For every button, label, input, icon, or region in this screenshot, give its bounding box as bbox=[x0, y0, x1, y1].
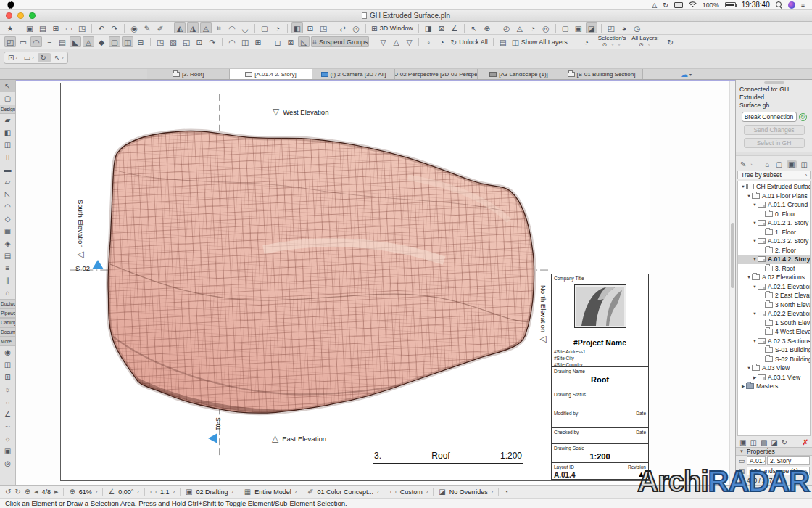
rotate-icon[interactable]: ▨ bbox=[167, 36, 179, 47]
wall-priority-icon[interactable]: ◰ bbox=[4, 36, 16, 47]
layout-settings-icon[interactable]: ◪ bbox=[586, 22, 597, 33]
tree-item[interactable]: ▼ A.03 View bbox=[738, 364, 810, 373]
autogroup-icon[interactable]: ◺ bbox=[298, 36, 310, 47]
renovation-filter-icon[interactable]: ◔ bbox=[504, 488, 508, 496]
zoom-3d-icon[interactable]: ◴ bbox=[501, 22, 513, 33]
walk-icon[interactable]: ↖ bbox=[468, 22, 480, 33]
renovation-existing-icon[interactable]: ▢ bbox=[109, 36, 120, 47]
mirror-icon[interactable]: ◱ bbox=[181, 36, 192, 47]
wifi-icon[interactable] bbox=[689, 1, 697, 9]
refresh-icon[interactable]: ↻ bbox=[782, 438, 787, 446]
snap-grid-icon[interactable]: ⌗ bbox=[213, 22, 225, 33]
next-story-icon[interactable]: ▶ bbox=[54, 489, 58, 495]
disclosure-triangle-icon[interactable]: ▼ bbox=[752, 239, 758, 243]
lamp-tool[interactable]: ☼ bbox=[0, 383, 15, 396]
toolbar-icon[interactable] bbox=[170, 24, 170, 33]
zone-tool[interactable]: ◈ bbox=[0, 237, 15, 250]
elevation-tool[interactable]: ⊞ bbox=[0, 371, 15, 383]
layer-settings-icon[interactable]: ▤ bbox=[497, 36, 509, 47]
layout-canvas[interactable]: ▽ West Elevation South Elevation ▽ North… bbox=[16, 80, 735, 485]
distribute-icon[interactable]: ▭ bbox=[63, 22, 75, 33]
disclosure-triangle-icon[interactable]: ▶ bbox=[740, 384, 746, 388]
triangle-status-icon[interactable]: △ bbox=[652, 1, 657, 9]
overrides-icon[interactable]: ◪ bbox=[439, 488, 445, 496]
tree-item[interactable]: ▶ A.03.1 View bbox=[738, 373, 810, 382]
toolbar-icon[interactable] bbox=[222, 38, 223, 46]
toolbar-icon[interactable] bbox=[287, 24, 288, 33]
toolbar-icon[interactable] bbox=[365, 24, 366, 33]
minimize-window-button[interactable] bbox=[17, 12, 24, 19]
graphic-overrides[interactable]: No Overrides bbox=[450, 488, 488, 496]
redo-icon[interactable]: ↷ bbox=[109, 22, 120, 33]
camera-tool[interactable]: ◉ bbox=[0, 346, 15, 359]
undo-icon[interactable]: ↶ bbox=[96, 22, 107, 33]
toolbar-icon[interactable] bbox=[91, 24, 92, 33]
magnifier-icon[interactable]: ⊕ bbox=[69, 488, 75, 496]
show-all-layers-button[interactable]: ◫Show All Layers bbox=[510, 36, 569, 47]
project-chooser-icon[interactable]: ✎ bbox=[739, 160, 747, 168]
refresh-icon[interactable]: ↻ bbox=[665, 36, 676, 47]
title-block[interactable]: Company Title #Project Name #Site Addres… bbox=[551, 274, 649, 480]
spline-tool[interactable]: ∼ bbox=[0, 420, 15, 433]
explode-icon[interactable]: ⊞ bbox=[252, 36, 264, 47]
toolbox-label-design[interactable]: Design bbox=[0, 105, 15, 114]
section-s01-marker[interactable]: S-01 bbox=[215, 417, 222, 430]
snap-guides-icon[interactable]: ◮ bbox=[187, 22, 199, 33]
layout-id-field[interactable]: A.01.4 bbox=[747, 456, 766, 465]
menu-edit[interactable] bbox=[41, 1, 53, 9]
layer-icon[interactable]: ▣ bbox=[186, 488, 192, 496]
slab-tool[interactable]: ▱ bbox=[0, 176, 15, 188]
arrow-tool[interactable]: ↖ bbox=[0, 80, 15, 92]
duplicate-layout-icon[interactable]: ▣ bbox=[573, 22, 584, 33]
fillet-icon[interactable]: ⇄ bbox=[337, 22, 349, 33]
tree-item[interactable]: S-01 Building Sec bbox=[738, 345, 810, 355]
structure-display[interactable]: Entire Model bbox=[254, 488, 291, 496]
toolbar-icon[interactable] bbox=[268, 38, 268, 46]
marquee-quick-icon[interactable]: ▭› bbox=[21, 53, 37, 62]
siri-icon[interactable] bbox=[788, 1, 795, 9]
show-all-3d-icon[interactable]: ⊠ bbox=[436, 22, 447, 33]
disclosure-triangle-icon[interactable]: ▼ bbox=[752, 339, 758, 343]
section-s01-arrow-icon[interactable] bbox=[208, 433, 218, 443]
toolbox-label-more[interactable]: More bbox=[0, 337, 15, 346]
toolbar-icon[interactable] bbox=[497, 24, 497, 33]
guide-lines-icon[interactable]: ◭ bbox=[174, 22, 186, 33]
toolbar-icon[interactable] bbox=[254, 24, 255, 33]
menu-view[interactable] bbox=[53, 1, 65, 9]
toolbar-icon[interactable] bbox=[20, 24, 20, 33]
transfer-settings-icon[interactable]: ▤ bbox=[37, 22, 49, 33]
shadows-icon[interactable]: ◔ bbox=[527, 22, 539, 33]
orientation-angle[interactable]: 0,00° bbox=[118, 488, 133, 496]
toolbar-icon[interactable] bbox=[124, 24, 125, 33]
west-elevation-marker[interactable]: ▽ West Elevation bbox=[273, 107, 328, 116]
toolbar-icon[interactable] bbox=[464, 24, 465, 33]
profile-icon[interactable]: ◬ bbox=[83, 36, 94, 47]
roof-tool[interactable]: ◺ bbox=[0, 188, 15, 200]
tree-item[interactable]: ▼ A.02 Elevations bbox=[738, 273, 810, 282]
toolbar-icon[interactable] bbox=[493, 38, 494, 46]
toolbar-icon[interactable] bbox=[373, 38, 373, 46]
3d-window-button[interactable]: ⊞3D Window bbox=[370, 22, 415, 33]
tab-3d02-perspective[interactable]: 3D-02 Perspective [3D-02 Perspective] bbox=[395, 69, 478, 79]
favorites-icon[interactable]: ★ bbox=[4, 22, 16, 33]
menu-teamwork[interactable] bbox=[99, 1, 111, 9]
beam-tool[interactable]: ▬ bbox=[0, 163, 15, 176]
orientation-icon[interactable]: ∠ bbox=[108, 488, 115, 496]
tree-item[interactable]: 2 East Elevation bbox=[738, 291, 810, 300]
stair-tool[interactable]: ≡ bbox=[0, 262, 15, 274]
send-changes-button[interactable]: Send Changes bbox=[744, 125, 805, 135]
section-s02-marker[interactable]: S-02 bbox=[75, 264, 90, 272]
disclosure-triangle-icon[interactable]: ▼ bbox=[746, 366, 752, 370]
composite-icon[interactable]: ◣ bbox=[70, 36, 81, 47]
zoom-window-button[interactable] bbox=[29, 12, 36, 19]
drawing-ratio[interactable]: 1:1 bbox=[160, 488, 170, 496]
zoom-forward-icon[interactable]: ↻ bbox=[14, 488, 20, 496]
send-backward-icon[interactable]: △ bbox=[390, 36, 402, 47]
ratio-icon[interactable]: ▭ bbox=[150, 488, 157, 496]
canvas-scrollbar[interactable] bbox=[729, 81, 735, 485]
snap-points-icon[interactable]: ◬ bbox=[200, 22, 212, 33]
mesh-tool[interactable]: ▦ bbox=[0, 225, 15, 237]
tree-item[interactable]: ▶ Masters bbox=[738, 382, 810, 391]
layout-settings-icon[interactable]: ▤ bbox=[761, 438, 767, 446]
column-tool[interactable]: ▯ bbox=[0, 151, 15, 163]
